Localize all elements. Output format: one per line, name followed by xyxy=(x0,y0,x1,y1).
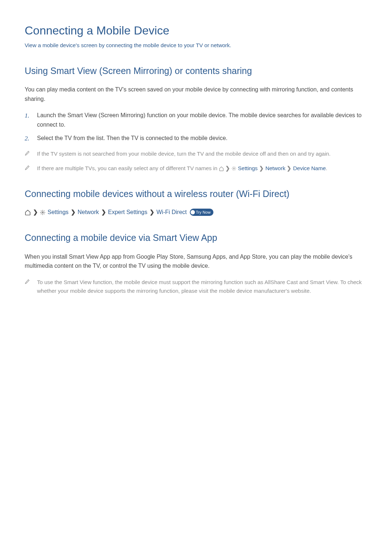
step-text: Select the TV from the list. Then the TV… xyxy=(37,134,228,143)
network-link[interactable]: Network xyxy=(265,165,285,171)
section-smart-view-app: Connecting a mobile device via Smart Vie… xyxy=(25,231,370,295)
notes-list: If the TV system is not searched from yo… xyxy=(25,149,370,173)
chevron-right-icon: ❯ xyxy=(225,165,230,171)
gear-icon xyxy=(232,165,238,171)
pencil-icon xyxy=(25,164,35,173)
pencil-icon xyxy=(25,278,35,295)
chevron-right-icon: ❯ xyxy=(259,165,264,171)
section-heading: Connecting mobile devices without a wire… xyxy=(25,187,370,201)
section-heading: Connecting a mobile device via Smart Vie… xyxy=(25,231,370,245)
note-text: If the TV system is not searched from yo… xyxy=(37,149,331,158)
settings-link[interactable]: Settings xyxy=(48,208,69,217)
step-text: Launch the Smart View (Screen Mirroring)… xyxy=(37,111,370,129)
list-item: 1. Launch the Smart View (Screen Mirrori… xyxy=(25,111,370,129)
expert-settings-link[interactable]: Expert Settings xyxy=(108,208,148,217)
section-heading: Using Smart View (Screen Mirroring) or c… xyxy=(25,64,370,78)
settings-link[interactable]: Settings xyxy=(238,165,258,171)
chevron-right-icon: ❯ xyxy=(71,208,75,217)
notes-list: To use the Smart View function, the mobi… xyxy=(25,278,370,295)
note-item: If there are multiple TVs, you can easil… xyxy=(25,164,370,173)
note-item: To use the Smart View function, the mobi… xyxy=(25,278,370,295)
section-smart-view: Using Smart View (Screen Mirroring) or c… xyxy=(25,64,370,173)
note-text: To use the Smart View function, the mobi… xyxy=(37,278,370,295)
section-wifi-direct: Connecting mobile devices without a wire… xyxy=(25,187,370,217)
device-name-link[interactable]: Device Name xyxy=(293,165,326,171)
step-number: 1. xyxy=(25,111,35,129)
page-title: Connecting a Mobile Device xyxy=(25,22,370,39)
step-number: 2. xyxy=(25,134,35,143)
steps-list: 1. Launch the Smart View (Screen Mirrori… xyxy=(25,111,370,143)
chevron-right-icon: ❯ xyxy=(287,165,291,171)
gear-icon xyxy=(40,210,45,215)
try-now-circle-icon xyxy=(191,210,195,214)
note-text: If there are multiple TVs, you can easil… xyxy=(37,164,327,173)
chevron-right-icon: ❯ xyxy=(150,208,154,217)
svg-point-0 xyxy=(233,168,234,169)
svg-point-1 xyxy=(42,212,44,213)
try-now-badge[interactable]: Try Now xyxy=(190,209,214,216)
network-link[interactable]: Network xyxy=(78,208,99,217)
pencil-icon xyxy=(25,149,35,158)
wifi-direct-link[interactable]: Wi-Fi Direct xyxy=(156,208,187,217)
page-subtitle: View a mobile device's screen by connect… xyxy=(25,41,370,50)
home-icon xyxy=(25,209,31,216)
breadcrumb: ❯ Settings ❯ Network ❯ Expert Settings ❯… xyxy=(25,208,370,217)
section-intro: You can play media content on the TV's s… xyxy=(25,85,370,103)
list-item: 2. Select the TV from the list. Then the… xyxy=(25,134,370,143)
note-item: If the TV system is not searched from yo… xyxy=(25,149,370,158)
home-icon xyxy=(219,165,225,171)
chevron-right-icon: ❯ xyxy=(101,208,106,217)
section-intro: When you install Smart View App app from… xyxy=(25,252,370,271)
chevron-right-icon: ❯ xyxy=(33,208,38,217)
